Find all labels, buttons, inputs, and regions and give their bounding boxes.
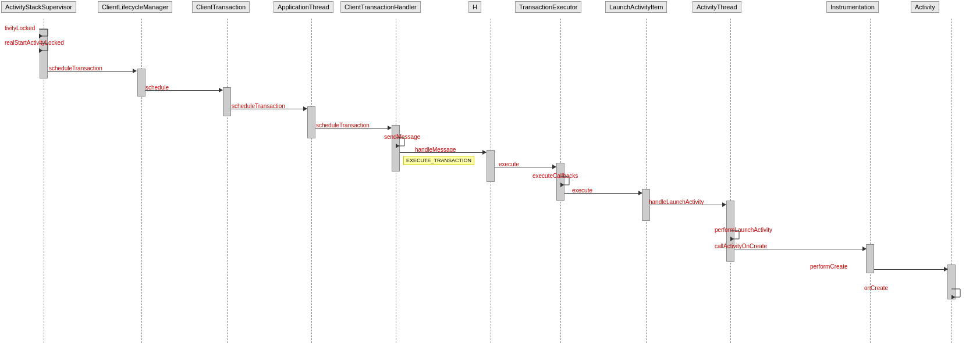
lane-header-activitystacksupervisor: ActivityStackSupervisor: [1, 1, 76, 13]
arrow-performcreate: [874, 269, 947, 270]
lane-header-launchactivityitem: LaunchActivityItem: [605, 1, 667, 13]
arrow-handlemessage: [400, 152, 486, 153]
lifeline-activitythread: [730, 19, 731, 343]
svg-marker-3: [560, 183, 564, 187]
sequence-diagram: ActivityStackSupervisor ClientLifecycleM…: [0, 0, 980, 343]
svg-marker-1: [39, 48, 42, 53]
arrow-executecallbacks: [556, 176, 574, 188]
lifeline-instrumentation: [870, 19, 871, 343]
lane-header-h: H: [468, 1, 481, 13]
activation-applicationthread: [307, 106, 315, 138]
arrow-schedule: [145, 90, 222, 91]
lifeline-clientlifecyclemanager: [141, 19, 142, 343]
lifeline-clienttransactionhandler: [396, 19, 396, 343]
note-execute-transaction: EXECUTE_TRANSACTION: [403, 156, 474, 165]
arrow-oncreate: [947, 288, 965, 301]
svg-marker-2: [396, 144, 399, 148]
lane-header-clienttransaction: ClientTransaction: [192, 1, 250, 13]
arrow-performlaunchactivity: [726, 230, 744, 242]
activation-instrumentation: [866, 244, 874, 273]
svg-marker-5: [951, 295, 955, 299]
msg-realstartactivitylocked: realStartActivityLocked: [5, 40, 64, 46]
activation-clienttransaction: [223, 87, 231, 116]
lifeline-clienttransaction: [227, 19, 228, 343]
msg-tivitylocked: tivityLocked: [5, 25, 35, 31]
lane-header-instrumentation: Instrumentation: [826, 1, 879, 13]
msg-performcreate: performCreate: [810, 263, 847, 270]
arrow-tivitylocked: [35, 28, 52, 40]
activation-clientlifecyclemanager: [137, 69, 145, 97]
arrow-callactivityoncreate: [734, 249, 866, 249]
arrow-execute-1: [495, 167, 556, 167]
msg-oncreate: onCreate: [864, 285, 888, 291]
arrow-scheduletransaction-3: [315, 128, 391, 128]
activation-h: [487, 150, 495, 182]
lane-header-clienttransactionhandler: ClientTransactionHandler: [340, 1, 421, 13]
svg-marker-4: [730, 237, 734, 241]
arrow-execute-2: [564, 193, 642, 194]
lane-header-applicationthread: ApplicationThread: [274, 1, 333, 13]
arrow-scheduletransaction-1: [48, 71, 136, 72]
lane-header-transactionexecutor: TransactionExecutor: [515, 1, 581, 13]
arrow-scheduletransaction-2: [231, 109, 307, 109]
lane-header-activity: Activity: [911, 1, 939, 13]
lifeline-applicationthread: [311, 19, 312, 343]
lane-header-activitythread: ActivityThread: [693, 1, 741, 13]
arrow-sendmessage: [392, 137, 409, 149]
arrow-realstart: [35, 42, 52, 54]
lane-header-clientlifecyclemanager: ClientLifecycleManager: [98, 1, 172, 13]
svg-marker-0: [39, 34, 42, 38]
arrow-handlelaunchactivity: [650, 205, 726, 205]
lifeline-launchactivityitem: [646, 19, 647, 343]
